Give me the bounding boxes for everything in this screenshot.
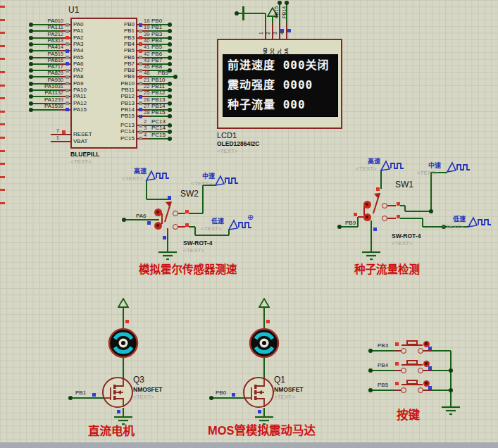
switch-contact[interactable]: [418, 368, 423, 373]
switch-contact[interactable]: [173, 211, 178, 216]
motor-icon[interactable]: [108, 328, 139, 359]
net-label-pb1: PB1: [75, 390, 86, 397]
power-icon[interactable]: [259, 298, 270, 308]
wire-segment: [405, 211, 431, 212]
switch-contact[interactable]: [401, 348, 406, 354]
net-label: PB15: [151, 109, 166, 116]
junction-dot: [368, 388, 373, 392]
logic-state-indicator: [147, 221, 151, 225]
sw2-gen-high-label: 高速: [134, 168, 147, 175]
logic-state-indicator: [397, 202, 400, 206]
logic-state-indicator: [139, 30, 142, 33]
lcd-ground-icon[interactable]: [242, 6, 244, 20]
switch-contact[interactable]: [382, 203, 387, 209]
q1-section-title: MOS管模拟震动马达: [208, 425, 316, 437]
lcd-line-2: 震动强度 0000: [228, 77, 313, 94]
push-button[interactable]: [406, 380, 418, 385]
q3-value: NMOSFET: [133, 386, 163, 393]
logic-state-indicator: [139, 23, 142, 27]
q3-section-title: 直流电机: [88, 425, 135, 437]
wire-segment: [237, 13, 266, 14]
push-button[interactable]: [406, 340, 418, 345]
wire-segment: [431, 350, 451, 351]
logic-state-indicator: [232, 393, 235, 397]
mosfet-icon[interactable]: [101, 376, 134, 409]
lcd-ref: LCD1: [217, 131, 237, 139]
pulse-generator-icon[interactable]: [144, 169, 173, 182]
switch-pole[interactable]: [363, 213, 371, 221]
switch-contact[interactable]: [382, 216, 387, 221]
junction-dot: [168, 82, 172, 86]
wire-segment: [178, 213, 185, 214]
motor-icon[interactable]: [249, 328, 280, 359]
ground-icon[interactable]: [440, 406, 461, 417]
sheet-tick: [0, 123, 5, 125]
wire-segment: [167, 228, 168, 234]
wire-segment: [167, 234, 168, 251]
junction-dot: [168, 88, 172, 92]
switch-pole[interactable]: [363, 201, 371, 209]
pulse-generator-icon[interactable]: [466, 216, 494, 228]
junction-dot: [168, 29, 172, 33]
sheet-tick: [0, 45, 5, 47]
pin-number: 2: [265, 25, 272, 35]
logic-state-indicator: [66, 69, 69, 73]
net-label: PB14: [281, 0, 288, 18]
sw1-value: SW-ROT-4: [392, 232, 421, 239]
wire-segment: [430, 173, 432, 211]
ground-icon[interactable]: [361, 251, 382, 262]
wire-segment: [431, 370, 451, 371]
logic-state-indicator: [66, 62, 69, 66]
switch-wiper-icon[interactable]: [369, 189, 383, 216]
junction-dot: [168, 101, 172, 106]
junction-dot: [168, 123, 172, 127]
ground-icon[interactable]: [157, 251, 178, 262]
pin-name: VCC: [269, 41, 276, 59]
logic-state-indicator: [66, 36, 69, 39]
sheet-tick: [0, 163, 5, 165]
logic-state-indicator: [66, 95, 69, 99]
junction-dot: [168, 49, 172, 53]
keys-section-title: 按键: [397, 409, 420, 421]
junction-dot: [449, 388, 453, 392]
logic-state-indicator: [66, 23, 69, 27]
sheet-tick: [0, 150, 5, 152]
wire-segment: [400, 218, 423, 219]
pin-number: 4: [279, 25, 286, 35]
logic-state-indicator: [66, 108, 69, 111]
pulse-generator-icon[interactable]: [213, 174, 242, 187]
switch-contact[interactable]: [401, 387, 406, 393]
logic-state-indicator: [139, 82, 142, 85]
switch-wiper-icon[interactable]: [161, 197, 175, 224]
logic-state-indicator: [287, 29, 291, 32]
switch-contact[interactable]: [418, 348, 423, 354]
logic-state-indicator: [66, 89, 69, 92]
power-icon[interactable]: [118, 298, 129, 308]
logic-state-indicator: [139, 95, 142, 99]
u1-placeholder: <TEXT>: [70, 158, 92, 166]
q1-ref: Q1: [274, 375, 285, 385]
u1-value: BLUEPILL: [70, 151, 100, 158]
wire-segment: [450, 351, 452, 407]
push-button[interactable]: [406, 360, 418, 365]
switch-contact[interactable]: [401, 368, 406, 373]
pulse-generator-icon[interactable]: [445, 161, 473, 173]
junction-dot: [168, 94, 172, 99]
switch-pole[interactable]: [154, 222, 162, 230]
junction-dot: [429, 209, 433, 213]
logic-state-indicator: [139, 36, 142, 39]
logic-state-indicator: [125, 320, 129, 323]
switch-contact[interactable]: [173, 224, 178, 230]
junction-dot: [168, 56, 172, 60]
sw1-gen-mid-label: 中速: [428, 162, 441, 169]
sheet-tick: [0, 137, 5, 139]
wire-segment: [431, 390, 451, 391]
mosfet-icon[interactable]: [242, 376, 275, 409]
pulse-generator-icon[interactable]: [379, 159, 407, 172]
switch-pole[interactable]: [154, 209, 162, 216]
wire-segment: [178, 226, 185, 228]
switch-contact[interactable]: [418, 387, 423, 393]
logic-state-indicator: [376, 187, 380, 191]
wire-segment: [387, 218, 396, 219]
sheet-tick: [0, 71, 5, 73]
